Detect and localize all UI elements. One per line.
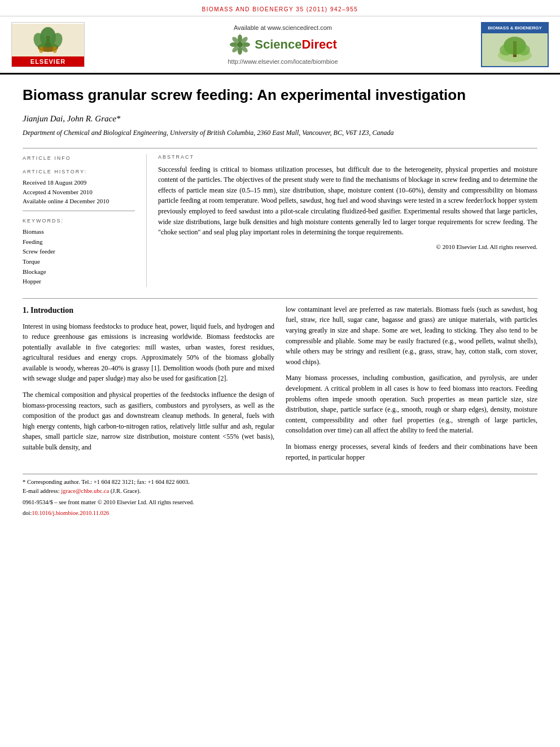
email-line: E-mail address: jgrace@chbe.ubc.ca (J.R.… (23, 487, 537, 496)
copyright-line: © 2010 Elsevier Ltd. All rights reserved… (158, 243, 537, 250)
article-info: ARTICLE INFO Article history: Received 1… (23, 154, 147, 287)
footnote-section: * Corresponding author. Tel.: +1 604 822… (23, 474, 537, 518)
sciencedirect-text: ScienceDirect (255, 37, 337, 52)
email-link[interactable]: jgrace@chbe.ubc.ca (61, 488, 109, 494)
affiliation: Department of Chemical and Biological En… (23, 128, 537, 138)
center-logos: Available at www.sciencedirect.com Scien… (228, 24, 338, 65)
abstract-section: ABSTRACT Successful feeding is critical … (147, 154, 537, 287)
journal-header: BIOMASS AND BIOENERGY 35 (2011) 942–955 (0, 0, 560, 16)
received-date: Received 18 August 2009 (23, 178, 135, 187)
email-suffix: (J.R. Grace). (109, 488, 141, 494)
right-para-1: low contaminant level are preferred as r… (286, 304, 537, 368)
section-title: Introduction (30, 306, 73, 314)
keyword-6: Hopper (23, 277, 135, 287)
divider-1 (23, 148, 537, 148)
keyword-5: Blockage (23, 267, 135, 277)
svg-point-5 (39, 46, 43, 53)
corresponding-author: * Corresponding author. Tel.: +1 604 822… (23, 478, 537, 487)
keywords-list: Biomass Feeding Screw feeder Torque Bloc… (23, 227, 135, 287)
section-number: 1. (23, 306, 29, 314)
available-text: Available at www.sciencedirect.com (234, 24, 332, 31)
banner-row: ELSEVIER Available at www.sciencedirect.… (0, 16, 560, 75)
article-title: Biomass granular screw feeding: An exper… (23, 86, 537, 105)
elsevier-label-text: ELSEVIER (12, 56, 84, 67)
left-column: 1. Introduction Interest in using biomas… (23, 304, 274, 468)
keyword-2: Feeding (23, 237, 135, 247)
body-columns: 1. Introduction Interest in using biomas… (23, 304, 537, 468)
left-para-2: The chemical composition and physical pr… (23, 390, 274, 453)
doi-label: doi: (23, 510, 32, 516)
right-para-3: In biomass energy processes, several kin… (286, 442, 537, 462)
divider-2 (23, 298, 537, 299)
svg-point-6 (53, 46, 57, 53)
issn-line: 0961-9534/$ – see front matter © 2010 El… (23, 498, 537, 507)
left-para-1: Interest in using biomass feedstocks to … (23, 321, 274, 385)
bb-logo-image (482, 33, 548, 66)
right-para-2: Many biomass processes, including combus… (286, 373, 537, 436)
keyword-3: Screw feeder (23, 247, 135, 257)
doi-line: doi:10.1016/j.biombioe.2010.11.026 (23, 509, 537, 518)
elsevier-tree-image (12, 24, 84, 56)
sciencedirect-logo: ScienceDirect (229, 33, 337, 56)
info-abstract-row: ARTICLE INFO Article history: Received 1… (23, 154, 537, 287)
email-label: E-mail address: (23, 488, 60, 494)
doi-value[interactable]: 10.1016/j.biombioe.2010.11.026 (32, 510, 109, 516)
divider-info (23, 211, 135, 211)
section-1-heading: 1. Introduction (23, 304, 274, 317)
biomass-bioenergy-logo: BIOMASS & BIOENERGY (481, 22, 549, 67)
keyword-4: Torque (23, 257, 135, 267)
history-label: Article history: (23, 168, 135, 176)
keyword-1: Biomass (23, 227, 135, 237)
accepted-date: Accepted 4 November 2010 (23, 187, 135, 197)
science-text: Science (255, 37, 301, 51)
article-content: Biomass granular screw feeding: An exper… (0, 75, 560, 529)
right-column: low contaminant level are preferred as r… (286, 304, 537, 468)
abstract-title: ABSTRACT (158, 154, 537, 160)
authors: Jianjun Dai, John R. Grace* (23, 114, 537, 124)
journal-header-text: BIOMASS AND BIOENERGY 35 (2011) 942–955 (202, 6, 358, 12)
bb-logo-text: BIOMASS & BIOENERGY (482, 23, 548, 33)
journal-url: http://www.elsevier.com/locate/biombioe (228, 58, 338, 65)
elsevier-logo: ELSEVIER (11, 22, 85, 67)
article-info-title: ARTICLE INFO (23, 154, 135, 162)
keywords-label: Keywords: (23, 217, 135, 225)
direct-text: Direct (301, 37, 336, 51)
abstract-text: Successful feeding is critical to biomas… (158, 164, 537, 238)
available-date: Available online 4 December 2010 (23, 196, 135, 206)
